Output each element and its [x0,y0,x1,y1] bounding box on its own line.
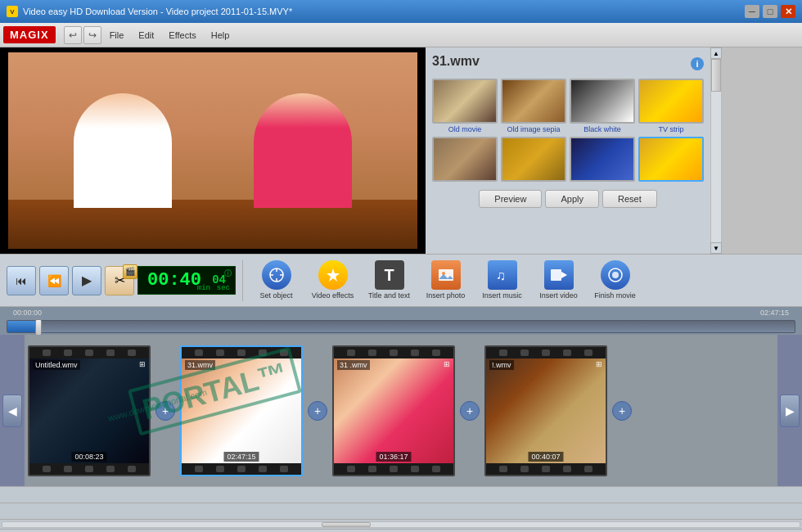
effect-bw[interactable]: Black white [570,79,635,133]
video-effects-button[interactable]: Video effects [306,257,359,304]
horizontal-scroll-track[interactable] [2,521,800,528]
preview-button[interactable]: Preview [479,190,542,208]
film-clip-1[interactable]: Untitled.wmv ⊞ 00:08:23 [28,345,151,476]
film-clip-3[interactable]: 31 .wmv ⊞ 01:36:17 [332,345,455,476]
window-controls[interactable]: ─ □ ✕ [745,5,795,18]
film-strip-bottom-2 [182,463,301,475]
close-button[interactable]: ✕ [781,5,795,18]
clip-thumb-img-4 [486,358,606,463]
horizontal-scroll-thumb[interactable] [322,522,371,527]
storyboard-next-button[interactable]: ▶ [780,394,800,427]
film-clip-2[interactable]: 31.wmv ⊞ 02:47:15 [180,345,303,476]
title-text-button[interactable]: T Title and text [363,257,416,304]
empty-row-2 [0,503,802,519]
scene-table [8,200,417,249]
film-hole [106,349,115,356]
redo-button[interactable]: ↪ [83,26,101,44]
storyboard-right-arrow[interactable]: ▶ [777,335,802,486]
scroll-up-arrow[interactable]: ▲ [710,47,722,59]
effects-scrollbar[interactable]: ▲ ▼ [710,47,722,254]
clip-name-1: Untitled.wmv [33,360,80,370]
effect-thumb-r2-4 [638,137,704,182]
set-object-icon [262,260,291,290]
effects-grid: Old movie Old image sepia Black white TV… [432,79,704,183]
effect-thumb-tvstrip [638,79,704,124]
storyboard-content: PORTAL™ www.downloadportal.com Untitled.… [25,345,777,476]
bottom-scrollbar[interactable] [0,519,802,529]
seek-handle[interactable] [35,319,42,336]
film-strip-bottom-1 [29,463,149,475]
minimize-button[interactable]: ─ [745,5,759,18]
film-hole [195,466,203,472]
reset-button[interactable]: Reset [602,190,657,208]
film-strip-bottom-3 [334,463,453,475]
maximize-button[interactable]: □ [763,5,777,18]
film-hole [347,349,355,356]
add-clip-button-3[interactable]: + [460,401,480,421]
add-clip-button-2[interactable]: + [308,401,327,421]
effect-tvstrip[interactable]: TV strip [638,79,704,133]
menu-effects[interactable]: Effects [162,27,202,43]
menu-file[interactable]: File [103,27,131,43]
insert-video-icon [544,260,574,290]
effect-thumb-r2-1 [432,137,498,182]
film-hole [411,466,419,472]
seek-bar[interactable] [7,320,795,333]
insert-video-button[interactable]: Insert video [532,257,585,304]
effect-thumb-sepia [501,79,566,124]
play-button[interactable]: ▶ [72,266,101,295]
svg-marker-10 [561,272,567,278]
skip-to-start-button[interactable]: ⏮ [7,266,36,295]
film-hole [64,349,72,356]
film-hole [259,466,267,472]
effects-panel: 31.wmv i Old movie Old image sepia [426,47,710,254]
menu-help[interactable]: Help [205,27,237,43]
title-text-icon: T [375,260,404,290]
apply-button[interactable]: Apply [545,190,599,208]
storyboard: ◀ PORTAL™ www.downloadportal.com Untitle… [0,335,802,486]
film-hole [43,349,51,356]
scroll-thumb[interactable] [711,59,721,92]
effect-r2-2[interactable] [501,137,566,183]
storyboard-left-arrow[interactable]: ◀ [0,335,25,486]
film-hole [563,466,571,472]
effect-old-movie[interactable]: Old movie [432,79,498,133]
film-hole [432,466,440,472]
effect-r2-4[interactable] [638,137,704,183]
info-icon[interactable]: i [691,57,704,70]
svg-rect-9 [551,269,561,281]
effect-r2-1[interactable] [432,137,498,183]
cut-area: ✂ 🎬 [105,266,134,295]
insert-music-button[interactable]: ♫ Insert music [475,257,529,304]
film-hole [390,466,398,472]
magix-logo: MAGIX [3,26,56,43]
film-clip-4[interactable]: !.wmv ⊞ 00:40:07 [484,345,607,476]
effect-label-sepia: Old image sepia [507,125,560,133]
preview-viewport [8,52,417,249]
effect-r2-3[interactable] [570,137,635,183]
add-clip-button-4[interactable]: + [612,401,632,421]
menu-edit[interactable]: Edit [132,27,160,43]
svg-text:♫: ♫ [496,268,506,282]
add-clip-button-1[interactable]: + [155,401,175,421]
film-hole [216,349,224,356]
film-hole [542,466,550,472]
set-object-button[interactable]: Set object [250,257,303,304]
finish-movie-label: Finish movie [594,291,636,300]
clip-thumb-img-3 [334,358,453,463]
film-hole [216,466,224,472]
clip-thumbnail-2 [182,358,301,463]
insert-music-label: Insert music [482,291,522,300]
effect-thumb-r2-2 [501,137,566,182]
effect-sepia[interactable]: Old image sepia [501,79,566,133]
undo-button[interactable]: ↩ [64,26,82,44]
scroll-down-arrow[interactable]: ▼ [710,242,722,254]
title-bar: V Video easy HD Download Version - Video… [0,0,802,23]
rewind-button[interactable]: ⏪ [39,266,69,295]
film-hole [368,349,376,356]
storyboard-prev-button[interactable]: ◀ [2,394,22,427]
time-min-label: min [197,284,210,292]
finish-movie-button[interactable]: Finish movie [588,257,642,304]
insert-photo-button[interactable]: Insert photo [419,257,472,304]
video-effects-label: Video effects [312,291,354,300]
